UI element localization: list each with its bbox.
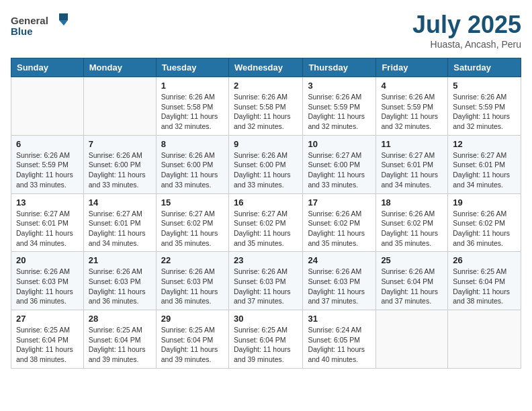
day-number: 17	[308, 197, 371, 208]
calendar-day-cell: 13Sunrise: 6:27 AMSunset: 6:01 PMDayligh…	[11, 193, 84, 252]
day-number: 27	[16, 314, 79, 324]
day-number: 18	[381, 197, 443, 208]
day-info: Sunrise: 6:25 AMSunset: 6:04 PMDaylight:…	[16, 325, 79, 365]
day-number: 3	[308, 81, 371, 91]
day-info: Sunrise: 6:26 AMSunset: 6:00 PMDaylight:…	[161, 150, 224, 190]
day-number: 1	[161, 81, 224, 91]
calendar-day-cell: 27Sunrise: 6:25 AMSunset: 6:04 PMDayligh…	[11, 310, 84, 369]
day-info: Sunrise: 6:27 AMSunset: 6:01 PMDaylight:…	[381, 150, 443, 190]
day-of-week-header: Thursday	[303, 58, 376, 77]
day-info: Sunrise: 6:26 AMSunset: 5:58 PMDaylight:…	[161, 92, 224, 132]
day-info: Sunrise: 6:27 AMSunset: 6:01 PMDaylight:…	[453, 150, 516, 190]
day-of-week-header: Monday	[83, 58, 156, 77]
calendar-day-cell: 28Sunrise: 6:25 AMSunset: 6:04 PMDayligh…	[83, 310, 156, 369]
title-block: July 2025 Huasta, Ancash, Peru	[412, 11, 521, 50]
calendar-day-cell	[83, 77, 156, 136]
calendar-day-cell: 25Sunrise: 6:26 AMSunset: 6:04 PMDayligh…	[376, 252, 448, 310]
calendar-day-cell: 17Sunrise: 6:26 AMSunset: 6:02 PMDayligh…	[303, 193, 376, 252]
calendar-day-cell: 19Sunrise: 6:26 AMSunset: 6:02 PMDayligh…	[448, 193, 521, 252]
day-of-week-header: Wednesday	[228, 58, 302, 77]
day-info: Sunrise: 6:26 AMSunset: 5:59 PMDaylight:…	[381, 92, 443, 132]
calendar-day-cell: 24Sunrise: 6:26 AMSunset: 6:03 PMDayligh…	[303, 252, 376, 310]
day-info: Sunrise: 6:26 AMSunset: 6:02 PMDaylight:…	[381, 209, 443, 248]
calendar-day-cell: 14Sunrise: 6:27 AMSunset: 6:01 PMDayligh…	[83, 193, 156, 252]
calendar-day-cell: 7Sunrise: 6:26 AMSunset: 6:00 PMDaylight…	[83, 135, 156, 193]
day-number: 25	[381, 255, 443, 265]
day-info: Sunrise: 6:26 AMSunset: 6:03 PMDaylight:…	[161, 267, 224, 306]
logo-block: General Blue	[11, 11, 71, 40]
location-title: Huasta, Ancash, Peru	[412, 39, 521, 50]
calendar-day-cell: 21Sunrise: 6:26 AMSunset: 6:03 PMDayligh…	[83, 252, 156, 310]
day-info: Sunrise: 6:27 AMSunset: 6:02 PMDaylight:…	[234, 209, 298, 248]
calendar-table: SundayMondayTuesdayWednesdayThursdayFrid…	[11, 58, 521, 369]
calendar-day-cell: 10Sunrise: 6:27 AMSunset: 6:00 PMDayligh…	[303, 135, 376, 193]
day-info: Sunrise: 6:26 AMSunset: 6:00 PMDaylight:…	[89, 150, 151, 190]
calendar-day-cell: 4Sunrise: 6:26 AMSunset: 5:59 PMDaylight…	[376, 77, 448, 136]
day-info: Sunrise: 6:26 AMSunset: 6:03 PMDaylight:…	[16, 267, 79, 306]
day-number: 28	[89, 314, 151, 324]
day-info: Sunrise: 6:27 AMSunset: 6:01 PMDaylight:…	[16, 209, 79, 248]
day-number: 7	[89, 139, 151, 149]
svg-text:Blue: Blue	[11, 26, 33, 37]
page-header: General Blue July 2025 Huasta, Ancash, P…	[11, 11, 521, 50]
calendar-day-cell: 20Sunrise: 6:26 AMSunset: 6:03 PMDayligh…	[11, 252, 84, 310]
day-of-week-header: Tuesday	[156, 58, 228, 77]
calendar-day-cell: 8Sunrise: 6:26 AMSunset: 6:00 PMDaylight…	[156, 135, 228, 193]
calendar-day-cell: 12Sunrise: 6:27 AMSunset: 6:01 PMDayligh…	[448, 135, 521, 193]
day-number: 5	[453, 81, 516, 91]
day-number: 26	[453, 255, 516, 265]
day-number: 11	[381, 139, 443, 149]
calendar-day-cell: 6Sunrise: 6:26 AMSunset: 5:59 PMDaylight…	[11, 135, 84, 193]
day-info: Sunrise: 6:26 AMSunset: 6:03 PMDaylight:…	[234, 267, 298, 306]
calendar-day-cell: 11Sunrise: 6:27 AMSunset: 6:01 PMDayligh…	[376, 135, 448, 193]
calendar-day-cell: 31Sunrise: 6:24 AMSunset: 6:05 PMDayligh…	[303, 310, 376, 369]
calendar-day-cell: 2Sunrise: 6:26 AMSunset: 5:58 PMDaylight…	[228, 77, 302, 136]
day-info: Sunrise: 6:26 AMSunset: 5:59 PMDaylight:…	[453, 92, 516, 132]
day-number: 12	[453, 139, 516, 149]
day-number: 13	[16, 197, 79, 208]
day-number: 31	[308, 314, 371, 324]
day-number: 14	[89, 197, 151, 208]
day-number: 21	[89, 255, 151, 265]
day-number: 29	[161, 314, 224, 324]
day-number: 19	[453, 197, 516, 208]
calendar-day-cell: 3Sunrise: 6:26 AMSunset: 5:59 PMDaylight…	[303, 77, 376, 136]
calendar-day-cell: 5Sunrise: 6:26 AMSunset: 5:59 PMDaylight…	[448, 77, 521, 136]
svg-text:General: General	[11, 15, 48, 26]
calendar-week-row: 20Sunrise: 6:26 AMSunset: 6:03 PMDayligh…	[11, 252, 521, 310]
day-info: Sunrise: 6:24 AMSunset: 6:05 PMDaylight:…	[308, 325, 371, 365]
day-info: Sunrise: 6:25 AMSunset: 6:04 PMDaylight:…	[234, 325, 298, 365]
logo-svg: General Blue	[11, 11, 71, 38]
calendar-week-row: 6Sunrise: 6:26 AMSunset: 5:59 PMDaylight…	[11, 135, 521, 193]
svg-marker-2	[59, 20, 68, 26]
day-info: Sunrise: 6:25 AMSunset: 6:04 PMDaylight:…	[453, 267, 516, 306]
day-number: 2	[234, 81, 298, 91]
calendar-day-cell	[11, 77, 84, 136]
day-number: 9	[234, 139, 298, 149]
day-number: 8	[161, 139, 224, 149]
day-of-week-header: Friday	[376, 58, 448, 77]
calendar-day-cell: 23Sunrise: 6:26 AMSunset: 6:03 PMDayligh…	[228, 252, 302, 310]
day-number: 23	[234, 255, 298, 265]
day-info: Sunrise: 6:27 AMSunset: 6:02 PMDaylight:…	[161, 209, 224, 248]
day-info: Sunrise: 6:26 AMSunset: 6:02 PMDaylight:…	[453, 209, 516, 248]
calendar-day-cell: 29Sunrise: 6:25 AMSunset: 6:04 PMDayligh…	[156, 310, 228, 369]
calendar-day-cell: 30Sunrise: 6:25 AMSunset: 6:04 PMDayligh…	[228, 310, 302, 369]
day-of-week-header: Sunday	[11, 58, 84, 77]
svg-marker-1	[59, 13, 68, 20]
day-info: Sunrise: 6:26 AMSunset: 6:03 PMDaylight:…	[308, 267, 371, 306]
day-info: Sunrise: 6:25 AMSunset: 6:04 PMDaylight:…	[161, 325, 224, 365]
logo: General Blue	[11, 11, 71, 40]
day-number: 20	[16, 255, 79, 265]
day-info: Sunrise: 6:26 AMSunset: 5:59 PMDaylight:…	[16, 150, 79, 190]
calendar-day-cell: 9Sunrise: 6:26 AMSunset: 6:00 PMDaylight…	[228, 135, 302, 193]
day-info: Sunrise: 6:26 AMSunset: 6:04 PMDaylight:…	[381, 267, 443, 306]
calendar-day-cell: 18Sunrise: 6:26 AMSunset: 6:02 PMDayligh…	[376, 193, 448, 252]
calendar-week-row: 13Sunrise: 6:27 AMSunset: 6:01 PMDayligh…	[11, 193, 521, 252]
day-number: 4	[381, 81, 443, 91]
calendar-day-cell: 16Sunrise: 6:27 AMSunset: 6:02 PMDayligh…	[228, 193, 302, 252]
calendar-week-row: 27Sunrise: 6:25 AMSunset: 6:04 PMDayligh…	[11, 310, 521, 369]
day-info: Sunrise: 6:26 AMSunset: 6:03 PMDaylight:…	[89, 267, 151, 306]
day-number: 30	[234, 314, 298, 324]
calendar-week-row: 1Sunrise: 6:26 AMSunset: 5:58 PMDaylight…	[11, 77, 521, 136]
